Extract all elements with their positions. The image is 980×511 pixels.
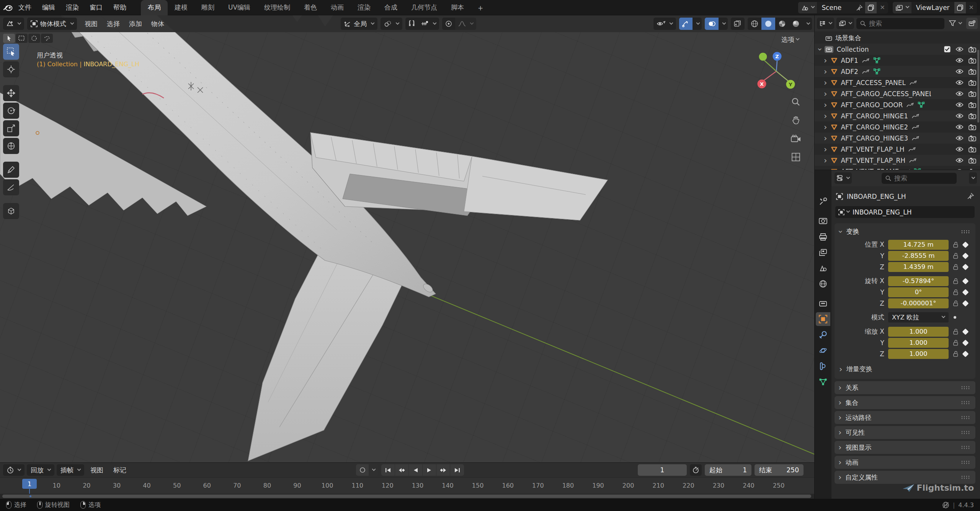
object-name[interactable]: AFT_CARGO_HINGE3 bbox=[841, 134, 908, 142]
value-field[interactable]: 1.000 bbox=[888, 327, 949, 337]
outliner-row-ADF1[interactable]: ›ADF1 bbox=[815, 55, 980, 66]
drag-dots-icon[interactable] bbox=[961, 386, 971, 390]
keyframe-diamond-icon[interactable] bbox=[962, 328, 969, 335]
tab-tool[interactable] bbox=[816, 195, 830, 208]
value-field[interactable]: -2.8555 m bbox=[888, 251, 949, 261]
camera-visibility-toggle[interactable] bbox=[969, 135, 976, 141]
select-lasso-button[interactable] bbox=[41, 34, 53, 43]
keyframe-diamond-icon[interactable] bbox=[962, 339, 969, 346]
timeline-editor-type-button[interactable] bbox=[3, 464, 24, 476]
tab-object-data[interactable] bbox=[816, 375, 830, 389]
panel-动画[interactable]: ›动画 bbox=[835, 456, 975, 469]
shading-dropdown[interactable] bbox=[803, 18, 812, 30]
value-field[interactable]: 1.4359 m bbox=[888, 262, 949, 272]
lock-icon[interactable] bbox=[952, 264, 959, 270]
jump-to-end-button[interactable] bbox=[450, 464, 464, 476]
topbar-menu-帮助[interactable]: 帮助 bbox=[108, 0, 132, 15]
camera-visibility-toggle[interactable] bbox=[969, 80, 976, 86]
timeline-ruler[interactable]: 1 10203040506070809010011012013014015016… bbox=[0, 477, 814, 494]
collection-checkbox[interactable] bbox=[944, 46, 951, 52]
panel-集合[interactable]: ›集合 bbox=[835, 396, 975, 409]
hide-eye-toggle[interactable] bbox=[956, 57, 964, 63]
drag-dots-icon[interactable] bbox=[961, 475, 971, 479]
tool-annotate[interactable] bbox=[3, 162, 19, 178]
tab-physics[interactable] bbox=[816, 344, 830, 357]
viewport-scene[interactable] bbox=[0, 15, 815, 462]
use-preview-range-toggle[interactable] bbox=[690, 464, 702, 476]
panel-关系[interactable]: ›关系 bbox=[835, 381, 975, 394]
camera-visibility-toggle[interactable] bbox=[969, 102, 976, 108]
tool-select-box[interactable] bbox=[3, 44, 19, 60]
hide-eye-toggle[interactable] bbox=[956, 91, 964, 97]
gizmos-toggle[interactable] bbox=[679, 18, 693, 30]
gizmo-neg-y-axis[interactable] bbox=[759, 53, 767, 61]
shading-solid-button[interactable] bbox=[761, 18, 775, 30]
keyframe-diamond-icon[interactable] bbox=[962, 350, 969, 357]
tool-cursor[interactable] bbox=[3, 61, 19, 77]
topbar-menu-文件[interactable]: 文件 bbox=[13, 0, 37, 15]
outliner-editor-type-button[interactable] bbox=[817, 18, 834, 29]
transform-orientation-dropdown[interactable]: 全局 bbox=[341, 18, 377, 30]
keyframe-diamond-icon[interactable] bbox=[962, 264, 969, 270]
camera-visibility-toggle[interactable] bbox=[969, 146, 976, 152]
tool-scale[interactable] bbox=[3, 120, 19, 136]
viewlayer-name[interactable]: ViewLayer bbox=[911, 4, 954, 11]
outliner-row-AFT_CARGO_HINGE2[interactable]: ›AFT_CARGO_HINGE2 bbox=[815, 121, 980, 133]
scene-selector[interactable]: Scene ✕ bbox=[798, 2, 888, 13]
camera-visibility-toggle[interactable] bbox=[969, 157, 976, 164]
new-scene-copy-icon[interactable] bbox=[865, 2, 877, 13]
shading-wireframe-button[interactable] bbox=[748, 18, 761, 30]
auto-keying-dropdown[interactable] bbox=[369, 464, 378, 476]
tab-output[interactable] bbox=[816, 230, 830, 244]
lock-icon[interactable] bbox=[952, 278, 959, 284]
tool-move[interactable] bbox=[3, 85, 19, 101]
lock-icon[interactable] bbox=[952, 289, 959, 295]
topbar-menu-渲染[interactable]: 渲染 bbox=[60, 0, 84, 15]
value-field[interactable]: -0.000001° bbox=[888, 298, 949, 308]
viewport-menu-选择[interactable]: 选择 bbox=[102, 20, 124, 28]
animate-dot[interactable] bbox=[954, 316, 956, 319]
xray-toggle[interactable] bbox=[731, 18, 745, 30]
frame-end-field[interactable]: 结束250 bbox=[755, 464, 804, 476]
outliner-row-AFT_VENT_FRAME[interactable]: ›AFT_VENT_FRAME bbox=[815, 166, 980, 170]
frame-start-field[interactable]: 起始1 bbox=[705, 464, 751, 476]
playhead[interactable]: 1 bbox=[22, 479, 37, 489]
expand-icon[interactable]: › bbox=[824, 92, 827, 96]
viewlayer-selector[interactable]: ViewLayer ✕ bbox=[893, 2, 977, 13]
jump-to-start-button[interactable] bbox=[381, 464, 395, 476]
pin-icon[interactable] bbox=[854, 2, 865, 13]
outliner-row-AFT_CARGO_ACCESS_PANEL[interactable]: ›AFT_CARGO_ACCESS_PANEL bbox=[815, 88, 980, 99]
workspace-tab-UV编辑[interactable]: UV编辑 bbox=[221, 0, 257, 15]
lock-icon[interactable] bbox=[952, 328, 959, 335]
expand-icon[interactable]: › bbox=[824, 59, 827, 62]
drag-dots-icon[interactable] bbox=[961, 445, 971, 449]
drag-dots-icon[interactable] bbox=[961, 431, 971, 434]
select-tweak-button[interactable] bbox=[3, 34, 15, 43]
tab-object[interactable] bbox=[816, 312, 830, 326]
expand-icon[interactable]: › bbox=[838, 475, 841, 479]
tool-rotate[interactable] bbox=[3, 103, 19, 119]
panel-可见性[interactable]: ›可见性 bbox=[835, 426, 975, 439]
tab-collection[interactable] bbox=[816, 296, 830, 310]
viewlayer-icon[interactable] bbox=[893, 2, 911, 13]
outliner-filter-dropdown[interactable] bbox=[947, 18, 964, 29]
lock-icon[interactable] bbox=[952, 300, 959, 306]
tool-measure[interactable] bbox=[3, 179, 19, 195]
overlays-dropdown[interactable] bbox=[719, 18, 728, 30]
keyframe-diamond-icon[interactable] bbox=[962, 252, 969, 259]
network-offline-icon[interactable] bbox=[942, 501, 949, 509]
expand-icon[interactable]: › bbox=[838, 416, 841, 419]
expand-icon[interactable]: › bbox=[824, 147, 827, 151]
timeline-marker-menu[interactable]: 标记 bbox=[109, 466, 130, 475]
keyframe-diamond-icon[interactable] bbox=[962, 278, 969, 284]
blender-logo-icon[interactable] bbox=[3, 3, 13, 12]
workspace-tab-着色[interactable]: 着色 bbox=[297, 0, 324, 15]
scene-name[interactable]: Scene bbox=[817, 4, 854, 11]
lock-icon[interactable] bbox=[952, 350, 959, 357]
panel-自定义属性[interactable]: ›自定义属性 bbox=[835, 471, 975, 484]
expand-icon[interactable]: › bbox=[824, 114, 827, 118]
hide-eye-toggle[interactable] bbox=[956, 46, 964, 52]
collection-row[interactable]: › Collection bbox=[815, 44, 980, 55]
panel-collapse-icon[interactable]: › bbox=[839, 230, 843, 233]
delta-transform-subpanel[interactable]: › 增量变换 bbox=[838, 359, 972, 373]
